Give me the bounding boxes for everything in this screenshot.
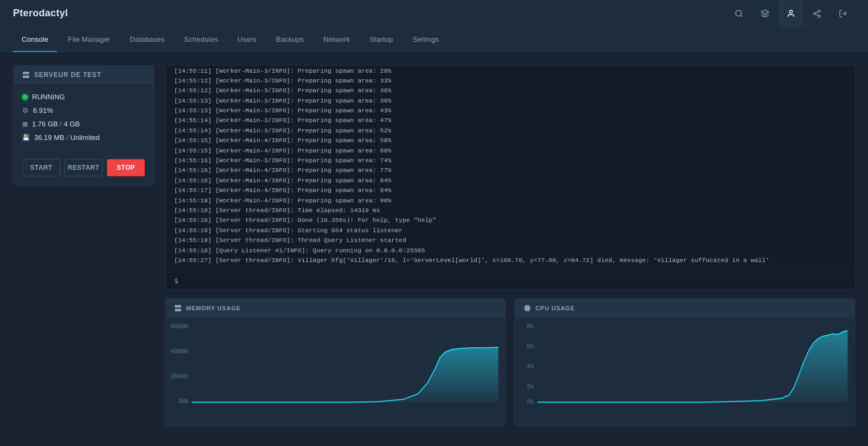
tab-network[interactable]: Network bbox=[315, 27, 359, 52]
svg-text:0%: 0% bbox=[527, 399, 534, 405]
tab-users[interactable]: Users bbox=[229, 27, 265, 52]
right-content: [14:55:07] [Worker-Main-4/INFO]: Prepari… bbox=[165, 65, 855, 426]
disk-row: 💾 36.19 MB / Unlimited bbox=[22, 133, 145, 142]
disk-value: 36.19 MB / Unlimited bbox=[34, 133, 100, 142]
svg-point-3 bbox=[789, 10, 792, 13]
svg-text:2%: 2% bbox=[527, 383, 534, 390]
svg-point-4 bbox=[818, 10, 820, 12]
user-nav-btn[interactable] bbox=[779, 0, 803, 27]
cpu-chart-title: CPU USAGE bbox=[535, 305, 575, 311]
svg-rect-14 bbox=[175, 305, 181, 308]
start-button[interactable]: START bbox=[22, 159, 60, 176]
cpu-chart-card: CPU USAGE 8% 6% 4% 2% 0% bbox=[514, 298, 855, 426]
footer: © 2015 - 2020 Pterodactyl Software bbox=[0, 439, 868, 446]
status-indicator bbox=[22, 94, 28, 100]
console-input[interactable] bbox=[183, 277, 846, 285]
cpu-row: ⚙ 6.91% bbox=[22, 106, 145, 114]
svg-text:8%: 8% bbox=[527, 323, 534, 330]
svg-point-5 bbox=[814, 12, 816, 15]
tab-settings[interactable]: Settings bbox=[404, 27, 448, 52]
memory-value: 1.76 GB / 4 GB bbox=[32, 120, 80, 128]
signout-nav-btn[interactable] bbox=[831, 0, 855, 27]
restart-button[interactable]: RESTART bbox=[65, 159, 103, 176]
stop-button[interactable]: STOP bbox=[107, 159, 145, 176]
left-panel: SERVEUR DE TEST RUNNING ⚙ 6.91% ▦ 1.76 G… bbox=[13, 65, 154, 426]
status-value: RUNNING bbox=[32, 93, 65, 101]
server-stats: RUNNING ⚙ 6.91% ▦ 1.76 GB / 4 GB 💾 bbox=[14, 84, 154, 150]
layers-nav-btn[interactable] bbox=[753, 0, 777, 27]
sub-nav: Console File Manager Databases Schedules… bbox=[0, 27, 868, 52]
svg-text:0Mb: 0Mb bbox=[179, 398, 188, 405]
svg-text:4%: 4% bbox=[527, 363, 534, 369]
cpu-chart-svg: 8% 6% 4% 2% 0% bbox=[519, 322, 850, 422]
cpu-chart-header: CPU USAGE bbox=[515, 299, 854, 317]
console-card: [14:55:07] [Worker-Main-4/INFO]: Prepari… bbox=[165, 65, 855, 290]
main-content: SERVEUR DE TEST RUNNING ⚙ 6.91% ▦ 1.76 G… bbox=[0, 52, 868, 439]
svg-text:2000Mb: 2000Mb bbox=[171, 373, 188, 380]
svg-line-1 bbox=[741, 15, 742, 17]
cpu-chart-body: 8% 6% 4% 2% 0% bbox=[515, 317, 854, 426]
svg-point-0 bbox=[736, 10, 742, 16]
memory-chart-svg: 6000Mb 4000Mb 2000Mb 0Mb bbox=[170, 322, 501, 422]
server-card-header: SERVEUR DE TEST bbox=[14, 66, 154, 84]
charts-row: MEMORY USAGE 6000Mb 4000Mb 2000Mb 0Mb bbox=[165, 298, 855, 426]
tab-console[interactable]: Console bbox=[13, 27, 57, 52]
top-nav-icons bbox=[727, 0, 855, 27]
svg-rect-26 bbox=[526, 307, 528, 309]
tab-schedules[interactable]: Schedules bbox=[175, 27, 227, 52]
tab-file-manager[interactable]: File Manager bbox=[59, 27, 119, 52]
server-card: SERVEUR DE TEST RUNNING ⚙ 6.91% ▦ 1.76 G… bbox=[13, 65, 154, 186]
svg-point-6 bbox=[818, 15, 820, 17]
tab-databases[interactable]: Databases bbox=[121, 27, 173, 52]
console-prompt: $ bbox=[174, 277, 178, 285]
svg-text:6000Mb: 6000Mb bbox=[171, 323, 188, 330]
svg-text:4000Mb: 4000Mb bbox=[171, 348, 188, 355]
memory-chart-title: MEMORY USAGE bbox=[186, 305, 241, 311]
cpu-value: 6.91% bbox=[33, 106, 53, 114]
server-actions: START RESTART STOP bbox=[14, 150, 154, 185]
memory-row: ▦ 1.76 GB / 4 GB bbox=[22, 120, 145, 128]
server-name: SERVEUR DE TEST bbox=[34, 71, 101, 79]
memory-icon bbox=[174, 304, 182, 312]
status-row: RUNNING bbox=[22, 93, 145, 101]
tab-startup[interactable]: Startup bbox=[361, 27, 401, 52]
cpu-icon bbox=[524, 304, 531, 312]
memory-chart-card: MEMORY USAGE 6000Mb 4000Mb 2000Mb 0Mb bbox=[165, 298, 506, 426]
console-input-row: $ bbox=[165, 272, 854, 289]
share-nav-btn[interactable] bbox=[805, 0, 829, 27]
memory-chart-header: MEMORY USAGE bbox=[165, 299, 505, 317]
top-nav: Pterodactyl bbox=[0, 0, 868, 27]
search-nav-btn[interactable] bbox=[727, 0, 751, 27]
svg-marker-2 bbox=[761, 10, 768, 14]
console-output: [14:55:07] [Worker-Main-4/INFO]: Prepari… bbox=[165, 66, 854, 272]
svg-line-8 bbox=[816, 11, 819, 13]
memory-chart-body: 6000Mb 4000Mb 2000Mb 0Mb bbox=[165, 317, 505, 426]
svg-line-7 bbox=[816, 14, 819, 16]
tab-backups[interactable]: Backups bbox=[267, 27, 312, 52]
brand-title: Pterodactyl bbox=[13, 8, 68, 19]
server-icon bbox=[22, 71, 30, 79]
svg-text:6%: 6% bbox=[527, 343, 534, 350]
svg-rect-15 bbox=[175, 309, 181, 311]
svg-rect-10 bbox=[23, 72, 29, 74]
svg-rect-11 bbox=[23, 75, 29, 78]
